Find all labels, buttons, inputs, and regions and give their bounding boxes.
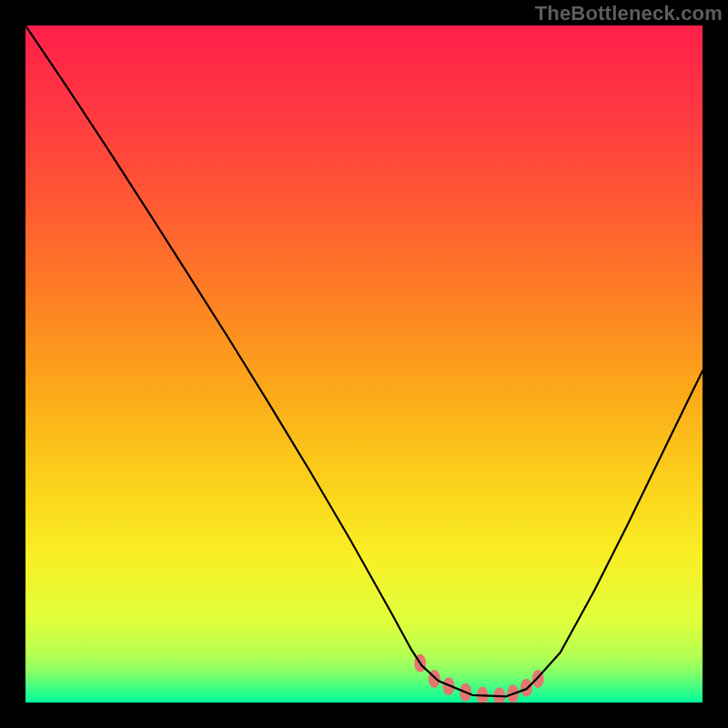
plot-area bbox=[25, 25, 703, 703]
chart-svg bbox=[25, 25, 703, 703]
watermark-text: TheBottleneck.com bbox=[535, 2, 723, 25]
svg-rect-0 bbox=[25, 25, 703, 703]
chart-container: TheBottleneck.com bbox=[0, 0, 728, 728]
